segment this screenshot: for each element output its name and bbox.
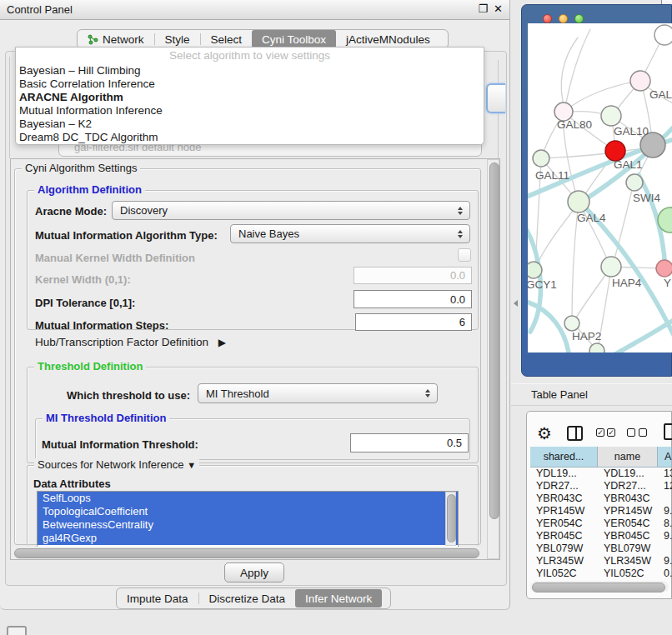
zoom-window-icon[interactable] — [574, 14, 584, 23]
tab-select[interactable]: Select — [201, 30, 253, 48]
network-canvas[interactable]: GALGAL80GAL10GAL1GAL11GAL4SWI4GCY1HAP4YH… — [528, 23, 672, 352]
network-node[interactable] — [630, 71, 650, 91]
algorithm-option[interactable]: Bayesian – K2 — [16, 118, 484, 131]
table-cell[interactable] — [658, 492, 672, 505]
table-cell[interactable]: YLR345W — [530, 555, 598, 568]
deselect-all-checkboxes-icon[interactable] — [627, 428, 647, 437]
settings-horizontal-scrollbar[interactable] — [12, 547, 485, 559]
algorithm-option[interactable]: Bayesian – Hill Climbing — [16, 64, 484, 78]
column-header-shared-name[interactable]: shared... — [530, 447, 598, 468]
expand-right-icon[interactable]: ▶ — [218, 337, 226, 348]
attributes-scrollbar[interactable] — [445, 492, 456, 546]
network-node[interactable] — [528, 262, 542, 278]
table-cell[interactable]: YBL079W — [598, 542, 658, 555]
table-cell[interactable]: YDR27... — [530, 480, 598, 492]
network-node[interactable] — [654, 25, 672, 45]
data-attribute-item[interactable]: gal4RGexp — [38, 532, 458, 545]
table-row[interactable]: YDL19...YDL19...13 — [530, 468, 672, 480]
table-cell[interactable]: YLR345W — [598, 555, 658, 568]
gear-icon[interactable]: ⚙ — [537, 423, 552, 443]
mi-threshold-input[interactable]: 0.5 — [350, 433, 469, 452]
tab-infer-network[interactable]: Infer Network — [295, 589, 382, 608]
table-row[interactable]: YDR27...YDR27...12 — [530, 480, 672, 492]
table-cell[interactable]: 9. — [658, 555, 672, 568]
algorithm-option[interactable]: Mutual Information Inference — [16, 104, 484, 118]
table-cell[interactable]: YDR27... — [598, 480, 658, 492]
apply-button[interactable]: Apply — [224, 562, 284, 582]
table-cell[interactable]: YER054C — [530, 518, 598, 530]
tab-jactivemnodules[interactable]: jActiveMNodules — [336, 30, 440, 48]
table-cell[interactable]: YBR045C — [598, 530, 658, 542]
algorithm-option[interactable]: ARACNE Algorithm — [16, 91, 484, 104]
tab-style[interactable]: Style — [155, 30, 200, 48]
table-horizontal-scrollbar[interactable] — [530, 581, 669, 592]
tab-impute-data[interactable]: Impute Data — [117, 589, 198, 608]
table-cell[interactable]: YER054C — [598, 518, 658, 530]
network-edge[interactable] — [543, 152, 614, 158]
which-threshold-select[interactable]: MI Threshold — [198, 383, 438, 403]
document-icon[interactable] — [664, 423, 672, 440]
settings-vertical-scrollbar[interactable] — [487, 159, 499, 559]
table-row[interactable]: YBR043CYBR043C — [530, 492, 672, 505]
split-columns-icon[interactable] — [567, 426, 583, 441]
table-cell[interactable]: YPR145W — [598, 505, 658, 518]
table-cell[interactable]: YBR045C — [530, 530, 598, 542]
network-node[interactable] — [589, 343, 604, 352]
mi-algorithm-type-select[interactable]: Naive Bayes — [230, 224, 470, 243]
close-panel-icon[interactable]: ✕ — [494, 2, 503, 15]
aracne-mode-select[interactable]: Discovery — [112, 201, 470, 220]
network-node[interactable] — [626, 174, 643, 191]
data-attribute-item[interactable]: SelfLoops — [38, 492, 458, 505]
kernel-width-input[interactable]: 0.0 — [354, 267, 472, 284]
network-node[interactable] — [564, 316, 579, 331]
table-cell[interactable]: 8. — [658, 518, 672, 530]
table-cell[interactable]: YIL052C — [598, 568, 658, 578]
mi-steps-input[interactable]: 6 — [355, 313, 472, 331]
table-cell[interactable]: YBL079W — [530, 542, 598, 555]
table-row[interactable]: YLR345WYLR345W9. — [530, 555, 672, 568]
dpi-tolerance-input[interactable]: 0.0 — [354, 290, 472, 308]
table-cell[interactable]: YDL19... — [530, 468, 598, 480]
panel-corner-icon[interactable] — [7, 626, 27, 635]
table-cell[interactable] — [658, 542, 672, 555]
network-node[interactable] — [656, 260, 672, 277]
minimize-window-icon[interactable] — [559, 14, 568, 23]
tab-network[interactable]: Network — [78, 30, 154, 48]
network-edge[interactable] — [565, 81, 640, 111]
network-node[interactable] — [533, 150, 549, 167]
tab-discretize-data[interactable]: Discretize Data — [199, 589, 296, 608]
network-node[interactable] — [568, 191, 589, 212]
table-cell[interactable]: YDL19... — [598, 468, 658, 480]
algorithm-option[interactable]: Dream8 DC_TDC Algorithm — [16, 131, 484, 144]
column-header-partial[interactable]: A — [658, 447, 672, 468]
network-node[interactable] — [601, 106, 621, 126]
network-edge[interactable] — [564, 29, 590, 112]
select-all-checkboxes-icon[interactable]: ✓✓ — [596, 428, 615, 437]
network-edge[interactable] — [615, 317, 672, 352]
table-cell[interactable]: YBR043C — [598, 492, 658, 505]
network-edge[interactable] — [574, 268, 610, 322]
table-cell[interactable]: YBR043C — [530, 492, 598, 505]
network-edge[interactable] — [535, 203, 579, 268]
float-window-icon[interactable]: ❐ — [478, 2, 488, 15]
table-cell[interactable]: 13 — [658, 468, 672, 480]
table-cell[interactable]: 12 — [658, 480, 672, 492]
table-cell[interactable]: YPR145W — [530, 505, 598, 518]
close-window-icon[interactable] — [543, 14, 552, 23]
data-attribute-item[interactable]: TopologicalCoefficient — [38, 505, 458, 518]
column-header-name[interactable]: name — [598, 447, 658, 468]
algorithm-option[interactable]: Basic Correlation Inference — [16, 78, 484, 91]
table-cell[interactable]: YIL052C — [530, 568, 598, 578]
table-cell[interactable]: 9. — [658, 505, 672, 518]
table-row[interactable]: YPR145WYPR145W9. — [530, 505, 672, 518]
split-pane-handle-icon[interactable] — [514, 300, 518, 307]
tab-cyni-toolbox[interactable]: Cyni Toolbox — [252, 30, 336, 48]
data-attribute-item[interactable]: BetweennessCentrality — [38, 518, 458, 532]
table-row[interactable]: YER054CYER054C8. — [530, 518, 672, 530]
manual-kernel-checkbox[interactable] — [458, 248, 471, 262]
table-cell[interactable]: 9. — [658, 530, 672, 542]
table-row[interactable]: YBL079WYBL079W — [530, 542, 672, 555]
network-edge[interactable] — [561, 38, 578, 110]
table-row[interactable]: YBR045CYBR045C9. — [530, 530, 672, 542]
hub-definition-toggle[interactable]: Hub/Transcription Factor Definition ▶ — [35, 336, 226, 348]
